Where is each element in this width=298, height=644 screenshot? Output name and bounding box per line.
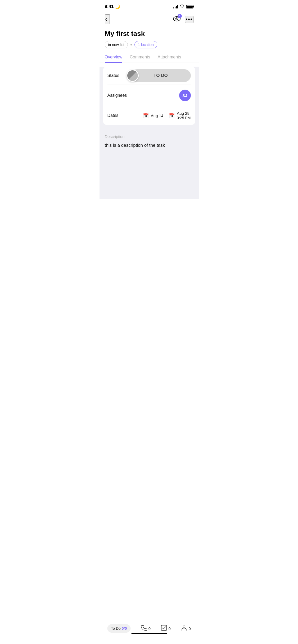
status-pill-container[interactable]: TO DO [131,69,191,82]
detail-card: Status TO DO Assignees SJ Dates 📅 Aug 14… [103,67,195,125]
list-tag[interactable]: in new list [105,41,128,48]
battery-icon [186,5,193,8]
svg-point-2 [177,18,178,19]
tab-comments[interactable]: Comments [130,52,150,62]
dates-value: 📅 Aug 14 - 📅 Aug 28 3:25 PM [134,111,191,120]
header-nav: ‹ 1 ••• [100,12,199,27]
location-tag[interactable]: 1 location [134,41,157,48]
more-button[interactable]: ••• [185,16,193,23]
tab-attachments[interactable]: Attachments [158,52,181,62]
description-text: this is a description of the task [105,142,193,149]
status-value: TO DO [131,69,191,82]
assignees-value: SJ [134,90,191,101]
description-section: Description this is a description of the… [100,129,199,152]
status-icons [173,4,193,9]
dates-row[interactable]: Dates 📅 Aug 14 - 📅 Aug 28 3:25 PM [103,106,195,125]
status-bar: 9:41 🌙 [100,0,199,12]
watch-button[interactable]: 1 [173,15,181,24]
status-toggle[interactable] [127,70,139,82]
status-time: 9:41 [105,4,114,9]
watch-badge: 1 [178,14,182,18]
dates-content: 📅 Aug 14 - 📅 Aug 28 3:25 PM [143,111,191,120]
calendar-end-icon: 📅 [169,113,175,118]
assignees-label: Assignees [107,93,134,98]
assignees-row[interactable]: Assignees SJ [103,85,195,106]
signal-icon [173,5,178,8]
header-actions: 1 ••• [173,15,193,24]
date-start: Aug 14 [151,113,164,118]
wifi-icon [180,4,184,9]
calendar-start-icon: 📅 [143,113,149,118]
date-dash: - [165,113,167,118]
task-title-section: My first task [100,27,199,41]
assignee-avatar: SJ [179,90,191,101]
status-row[interactable]: Status TO DO [103,67,195,85]
dates-label: Dates [107,113,134,118]
status-label: Status [107,73,129,78]
task-title: My first task [105,30,193,38]
tabs: Overview Comments Attachments [100,52,199,62]
meta-row: in new list 1 location [100,41,199,52]
main-content: Status TO DO Assignees SJ Dates 📅 Aug 14… [100,67,199,199]
date-end: Aug 28 3:25 PM [177,111,191,120]
tab-overview[interactable]: Overview [105,52,123,62]
moon-icon: 🌙 [115,4,120,9]
back-button[interactable]: ‹ [105,14,110,24]
dot-separator [130,44,132,45]
description-label: Description [105,134,193,139]
